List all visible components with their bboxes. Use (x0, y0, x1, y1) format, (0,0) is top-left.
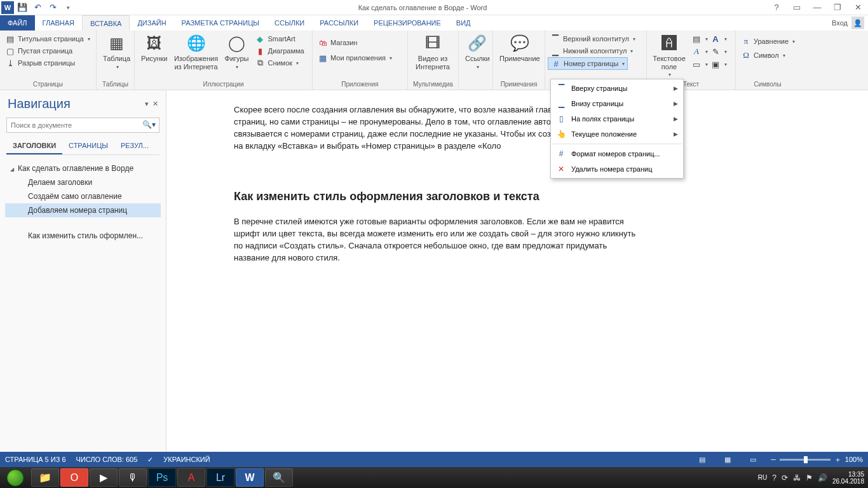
sign-in[interactable]: Вход 👤 (832, 15, 868, 30)
footer-button[interactable]: ▁Нижний колонтитул▾ (548, 45, 635, 57)
save-icon[interactable]: 💾 (15, 1, 29, 15)
menu-remove-page-numbers[interactable]: ✕Удалить номера страниц (551, 161, 683, 177)
taskbar: 📁 O ▶ 🎙 Ps A Lr W 🔍 RU ? ⟳ 🖧 ⚑ 🔊 13:35 2… (0, 467, 868, 488)
tree-child-1[interactable]: Создаём само оглавление (5, 189, 161, 203)
tray-clock[interactable]: 13:35 26.04.2018 (832, 471, 864, 485)
smartart-button[interactable]: ◆SmartArt (252, 33, 306, 44)
menu-page-margins[interactable]: ▯На полях страницы▶ (551, 111, 683, 126)
navigation-pane: Навигация ▾✕ 🔍▾ ЗАГОЛОВКИ СТРАНИЦЫ РЕЗУЛ… (0, 90, 166, 452)
close-icon[interactable]: ✕ (851, 3, 864, 12)
tree-root[interactable]: Как сделать оглавление в Ворде (5, 161, 161, 175)
tab-layout[interactable]: РАЗМЕТКА СТРАНИЦЫ (174, 15, 267, 30)
signature-icon: ✎ (710, 46, 721, 57)
status-proof-icon[interactable]: ✓ (147, 456, 153, 464)
shapes-button[interactable]: ◯Фигуры▾ (221, 32, 253, 71)
status-words[interactable]: ЧИСЛО СЛОВ: 605 (76, 456, 138, 463)
minimize-icon[interactable]: — (811, 3, 824, 12)
menu-top-of-page[interactable]: ▔Вверху страницы▶ (551, 81, 683, 96)
ribbon-opts-icon[interactable]: ▭ (790, 3, 803, 12)
header-button[interactable]: ▔Верхний колонтитул▾ (548, 33, 638, 44)
search-input[interactable] (6, 118, 159, 133)
page-number-icon: # (551, 58, 561, 69)
document-area[interactable]: Скорее всего после создания оглавления в… (166, 90, 868, 452)
tray-lang[interactable]: RU (758, 474, 767, 481)
taskbar-acrobat[interactable]: A (177, 468, 205, 487)
ribbon: ▤Титульная страница▾ ▢Пустая страница ⤓Р… (0, 30, 868, 90)
equation-button[interactable]: πУравнение▾ (738, 36, 797, 47)
tray-flag-icon[interactable]: ⚑ (806, 473, 813, 482)
view-web-icon[interactable]: ▭ (745, 453, 761, 466)
search-icon[interactable]: 🔍▾ (142, 120, 156, 129)
taskbar-app-2[interactable]: 🔍 (265, 468, 293, 487)
taskbar-app-1[interactable]: 🎙 (119, 468, 147, 487)
symbol-icon: Ω (741, 50, 751, 60)
page-number-button[interactable]: #Номер страницы▾ (548, 57, 628, 70)
blank-page-button[interactable]: ▢Пустая страница (3, 45, 75, 57)
page-break-button[interactable]: ⤓Разрыв страницы (3, 57, 78, 69)
tab-home[interactable]: ГЛАВНАЯ (35, 15, 82, 30)
screenshot-button[interactable]: ⧉Снимок▾ (252, 57, 306, 69)
menu-bottom-of-page[interactable]: ▁Внизу страницы▶ (551, 96, 683, 111)
menu-current-position[interactable]: 👆Текущее положение▶ (551, 126, 683, 142)
zoom-slider[interactable] (780, 459, 831, 461)
store-button[interactable]: 🛍Магазин (315, 37, 360, 48)
qat-dropdown-icon[interactable]: ▾ (61, 1, 75, 15)
nav-dropdown-icon[interactable]: ▾ (145, 100, 149, 108)
taskbar-lightroom[interactable]: Lr (207, 468, 234, 487)
tab-view[interactable]: ВИД (449, 15, 478, 30)
redo-icon[interactable]: ↷ (46, 1, 60, 15)
group-label-media: Мультимедиа (410, 79, 456, 90)
nav-tab-headings[interactable]: ЗАГОЛОВКИ (6, 138, 62, 154)
tray-volume-icon[interactable]: 🔊 (818, 473, 827, 482)
undo-icon[interactable]: ↶ (31, 1, 44, 15)
start-button[interactable] (0, 467, 31, 488)
nav-tab-results[interactable]: РЕЗУЛ... (114, 138, 155, 154)
tree-child-2[interactable]: Добавляем номера страниц (5, 203, 161, 217)
zoom-out-icon[interactable]: ─ (771, 456, 776, 463)
table-button[interactable]: ▦Таблица▾ (99, 32, 134, 71)
tab-file[interactable]: ФАЙЛ (0, 15, 35, 30)
taskbar-explorer[interactable]: 📁 (31, 468, 59, 487)
taskbar-opera[interactable]: O (60, 468, 88, 487)
tab-review[interactable]: РЕЦЕНЗИРОВАНИЕ (366, 15, 449, 30)
zoom-in-icon[interactable]: ＋ (834, 455, 841, 464)
menu-format-page-numbers[interactable]: #Формат номеров страниц... (551, 146, 683, 161)
tray-network-icon[interactable]: 🖧 (793, 473, 801, 482)
status-language[interactable]: УКРАИНСКИЙ (163, 456, 210, 463)
nav-close-icon[interactable]: ✕ (153, 100, 158, 108)
my-apps-button[interactable]: ▦Мои приложения▾ (315, 52, 395, 64)
tray-sync-icon[interactable]: ⟳ (782, 473, 788, 482)
comment-button[interactable]: 💬Примечание (496, 32, 544, 64)
dropcap-button[interactable]: A▾✎▾ (689, 46, 729, 57)
online-video-button[interactable]: 🎞Видео из Интернета (410, 32, 455, 72)
maximize-icon[interactable]: ❐ (831, 3, 844, 12)
status-page[interactable]: СТРАНИЦА 5 ИЗ 6 (5, 456, 66, 463)
view-read-icon[interactable]: ▤ (695, 453, 710, 466)
tray-help-icon[interactable]: ? (772, 473, 776, 482)
tab-references[interactable]: ССЫЛКИ (267, 15, 312, 30)
pictures-button[interactable]: 🖼Рисунки (137, 32, 172, 64)
online-pictures-button[interactable]: 🌐Изображения из Интернета (172, 32, 221, 72)
tree-child-0[interactable]: Делаем заголовки (5, 175, 161, 189)
tab-design[interactable]: ДИЗАЙН (130, 15, 173, 30)
tree-extra[interactable]: Как изменить стиль оформлен... (5, 229, 161, 243)
taskbar-word[interactable]: W (236, 468, 264, 487)
chart-button[interactable]: ▮Диаграмма (252, 45, 306, 57)
zoom-value[interactable]: 100% (845, 456, 863, 463)
view-print-icon[interactable]: ▦ (720, 453, 735, 466)
header-icon: ▔ (550, 34, 560, 44)
quickparts-button[interactable]: ▤▾A▾ (689, 33, 729, 44)
nav-tab-pages[interactable]: СТРАНИЦЫ (62, 138, 114, 154)
tab-mailings[interactable]: РАССЫЛКИ (312, 15, 366, 30)
help-icon[interactable]: ? (770, 3, 783, 12)
taskbar-photoshop[interactable]: Ps (148, 468, 176, 487)
textbox-button[interactable]: 🅰Текстовое поле▾ (649, 32, 689, 79)
tab-insert[interactable]: ВСТАВКА (82, 15, 130, 30)
date-button[interactable]: ▭▾▣▾ (689, 58, 729, 70)
taskbar-player[interactable]: ▶ (90, 468, 118, 487)
symbol-button[interactable]: ΩСимвол▾ (738, 50, 788, 61)
links-button[interactable]: 🔗Ссылки▾ (461, 32, 494, 71)
table-icon: ▦ (107, 33, 127, 53)
store-icon: 🛍 (318, 37, 328, 48)
cover-page-button[interactable]: ▤Титульная страница▾ (3, 33, 93, 44)
